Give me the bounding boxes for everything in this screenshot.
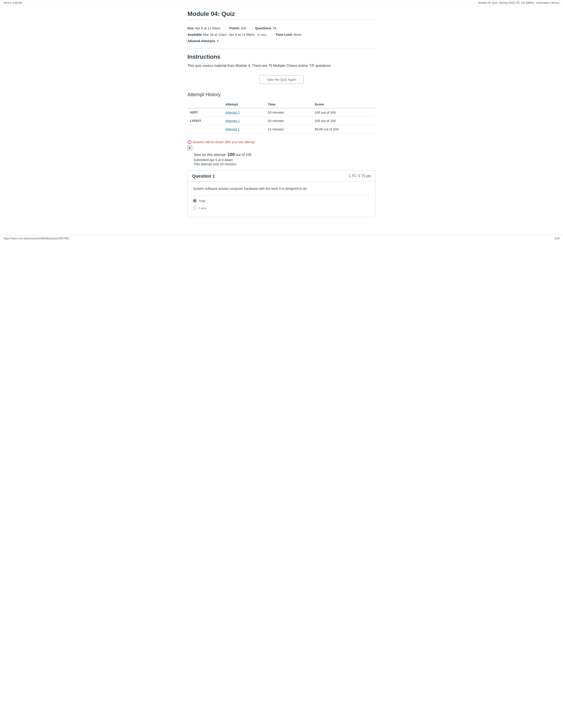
score-value: 100 xyxy=(227,152,235,157)
row-score-1: 100 out of 100 xyxy=(312,116,376,125)
browser-bar: 4/5/22, 9:48 AM Module 04: Quiz: (Spring… xyxy=(0,0,563,6)
instructions-text: This quiz covers material from Module 4.… xyxy=(187,63,376,69)
attempt-history-title: Attempt History xyxy=(187,92,376,98)
quiz-meta: Due Apr 6 at 11:59pm Points 100 Question… xyxy=(187,23,376,46)
question-1-title: Question 1 xyxy=(192,174,215,179)
browser-tab-title: Module 04: Quiz: (Spring 2022) ITE 119 (… xyxy=(478,1,559,4)
answer-false-label: False xyxy=(199,206,207,210)
question-1-text: System software assists computer hardwar… xyxy=(193,186,370,191)
allowed-label: Allowed Attempts xyxy=(187,38,215,44)
allowed-value: 3 xyxy=(216,38,218,44)
meta-points: Points 100 xyxy=(229,25,246,31)
page-title: Module 04: Quiz xyxy=(187,10,376,17)
browser-timestamp: 4/5/22, 9:48 AM xyxy=(4,1,22,4)
timelimit-label: Time Limit xyxy=(275,32,292,38)
attempt-link-1[interactable]: Attempt 2 xyxy=(225,119,239,123)
take-quiz-button[interactable]: Take the Quiz Again xyxy=(259,75,304,84)
meta-due: Due Apr 6 at 11:59pm xyxy=(187,25,220,31)
meta-attempts: Allowed Attempts 3 xyxy=(187,38,218,44)
col-header-label xyxy=(187,101,223,108)
questions-label: Questions xyxy=(255,25,271,31)
row-attempt-0: Attempt 2 xyxy=(223,108,265,117)
col-header-time: Time xyxy=(265,101,312,108)
meta-questions: Questions 76 xyxy=(255,25,276,31)
meta-timelimit: Time Limit None xyxy=(275,32,302,38)
question-1-card: Question 1 1.75 / 1.75 pts System softwa… xyxy=(187,170,376,217)
points-value: 100 xyxy=(241,25,246,31)
due-value: Apr 6 at 11:59pm xyxy=(195,25,220,31)
row-attempt-1: Attempt 2 xyxy=(223,116,265,125)
table-row: KEPT Attempt 2 20 minutes 100 out of 100 xyxy=(187,108,376,117)
col-header-score: Score xyxy=(312,101,376,108)
row-score-0: 100 out of 100 xyxy=(312,108,376,117)
due-label: Due xyxy=(187,25,194,31)
score-prefix-rest: ore for this attempt: xyxy=(196,153,226,157)
answer-option-false: False xyxy=(193,206,370,210)
table-header-row: Attempt Time Score xyxy=(187,101,376,108)
col-header-attempt: Attempt xyxy=(223,101,265,108)
meta-row-3: Allowed Attempts 3 xyxy=(187,38,376,44)
available-sub: 10 days xyxy=(257,32,267,37)
row-label-1: LATEST xyxy=(187,116,223,125)
radio-true[interactable] xyxy=(193,199,196,203)
table-row: LATEST Attempt 2 20 minutes 100 out of 1… xyxy=(187,116,376,125)
meta-available: Available Mar 28 at 12am - Apr 6 at 11:5… xyxy=(187,32,267,38)
question-1-body: System software assists computer hardwar… xyxy=(188,182,375,217)
radio-false[interactable] xyxy=(193,206,196,210)
attempt-link-0[interactable]: Attempt 2 xyxy=(225,111,239,114)
collapse-row: ► xyxy=(187,145,376,150)
row-label-2 xyxy=(187,125,223,133)
attempt-history-table: Attempt Time Score KEPT Attempt 2 20 min… xyxy=(187,101,376,133)
table-row: Attempt 1 12 minutes 98.69 out of 100 xyxy=(187,125,376,133)
score-line: Sore for this attempt: 100 out of 100 xyxy=(194,152,376,157)
question-1-header: Question 1 1.75 / 1.75 pts xyxy=(188,171,375,182)
collapse-button[interactable]: ► xyxy=(187,145,192,150)
answers-notice: ! Answers will be shown after your last … xyxy=(187,140,376,144)
answers-notice-text: Answers will be shown after your last at… xyxy=(193,140,254,144)
take-quiz-container: Take the Quiz Again xyxy=(187,75,376,84)
answer-option-true: True xyxy=(193,199,370,203)
row-time-0: 20 minutes xyxy=(265,108,312,117)
submitted-line: Submitted Apr 5 at 9:48am xyxy=(194,158,376,162)
score-suffix: out of 100 xyxy=(236,153,251,157)
title-divider xyxy=(187,20,376,20)
footer-page-num: 1/29 xyxy=(554,237,559,240)
time-line: This attempt took 20 minutes. xyxy=(194,162,376,166)
page-content: Module 04: Quiz Due Apr 6 at 11:59pm Poi… xyxy=(182,6,381,226)
row-attempt-2: Attempt 1 xyxy=(223,125,265,133)
question-1-pts: 1.75 / 1.75 pts xyxy=(349,174,371,178)
available-value: Mar 28 at 12am - Apr 6 at 11:59pm xyxy=(203,32,254,38)
meta-row-1: Due Apr 6 at 11:59pm Points 100 Question… xyxy=(187,25,376,31)
row-score-2: 98.69 out of 100 xyxy=(312,125,376,133)
instructions-title: Instructions xyxy=(187,53,376,60)
footer-bar: https://learn.vccs.edu/courses/438408/qu… xyxy=(0,235,563,242)
questions-value: 76 xyxy=(273,25,276,31)
available-label: Available xyxy=(187,32,202,38)
score-prefix: Sore for this attempt: xyxy=(194,153,226,157)
timelimit-value: None xyxy=(294,32,302,38)
row-time-1: 20 minutes xyxy=(265,116,312,125)
meta-row-2: Available Mar 28 at 12am - Apr 6 at 11:5… xyxy=(187,32,376,38)
notice-icon: ! xyxy=(187,140,191,144)
meta-divider xyxy=(187,48,376,49)
answer-true-label: True xyxy=(199,199,205,203)
attempt-link-2[interactable]: Attempt 1 xyxy=(225,127,239,131)
row-time-2: 12 minutes xyxy=(265,125,312,133)
points-label: Points xyxy=(229,25,239,31)
footer-url: https://learn.vccs.edu/courses/438408/qu… xyxy=(4,237,69,240)
row-label-0: KEPT xyxy=(187,108,223,117)
